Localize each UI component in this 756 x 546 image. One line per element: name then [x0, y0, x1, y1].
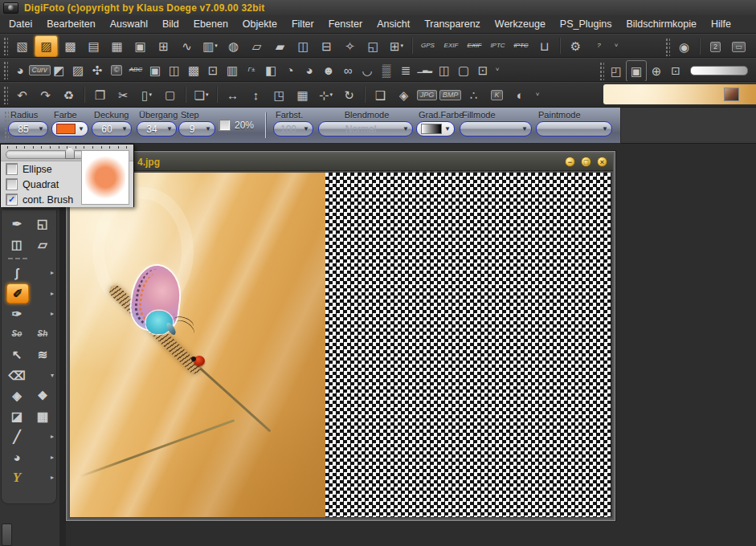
menu-item[interactable]: Datei	[2, 16, 39, 32]
flip-vertical-icon[interactable]: ↕▾	[245, 85, 267, 105]
toolbar-grip[interactable]	[2, 85, 8, 104]
curves-icon[interactable]: Curv▾	[30, 60, 49, 80]
flip-horizontal-icon[interactable]: ↔▾	[222, 85, 243, 105]
folder-tool-icon[interactable]: ▱	[32, 235, 53, 254]
menu-item[interactable]: Ebenen	[186, 16, 235, 32]
clone-stamp-icon[interactable]: ❖	[32, 386, 53, 405]
color-drop-icon[interactable]: ◈▾	[393, 85, 415, 105]
color-picker-icon[interactable]: ╱	[6, 427, 27, 446]
rounded-square-dot-icon[interactable]: ⊡▾	[473, 60, 492, 80]
soften-brush-icon[interactable]: So	[6, 325, 27, 344]
hint-help-icon[interactable]: ?▾	[588, 36, 610, 56]
menu-item[interactable]: Filter	[284, 16, 321, 32]
toolbar-grip[interactable]	[664, 37, 670, 56]
pattern-fill-icon[interactable]: ▦	[32, 407, 53, 426]
window-close-button[interactable]: ×	[597, 157, 607, 167]
restore-icon[interactable]: ♻▾	[58, 85, 80, 105]
menu-item[interactable]: Bild	[155, 16, 186, 32]
iptc-delete-icon[interactable]: IPTC▾	[510, 36, 532, 56]
kelvin-icon[interactable]: K▾	[486, 85, 508, 105]
clipboard-icon[interactable]: ▤▾	[83, 36, 104, 56]
redo-icon[interactable]: ↷▾	[35, 85, 56, 105]
screenshot-camera-icon[interactable]: ◉▾	[673, 37, 695, 57]
pinwheel-effect-icon[interactable]: ✣▾	[88, 60, 107, 80]
window-maximize-button[interactable]: □	[581, 157, 591, 167]
airbrush-icon[interactable]: ≋	[32, 345, 53, 364]
contact-sheet-icon[interactable]: ⊞▾	[153, 36, 174, 56]
retouch-pen-icon[interactable]: ✒	[6, 214, 27, 233]
separator[interactable]: ▾	[698, 37, 701, 57]
zoom-slider[interactable]	[690, 66, 748, 75]
fit-window-icon[interactable]: ▣▾	[626, 60, 647, 82]
gradfarbe-combo[interactable]: ▼	[416, 121, 455, 136]
texture-stamp-icon[interactable]: ▩▾	[184, 60, 203, 80]
plugin-icon[interactable]: ⊔▾	[533, 36, 555, 56]
eraser-icon[interactable]: ⌫	[6, 366, 27, 385]
jpg-export-icon[interactable]: JPG▾	[416, 85, 438, 105]
zoom-in-icon[interactable]: ⊕▾	[647, 61, 666, 81]
rotate-crop-icon[interactable]: ◳▾	[268, 85, 290, 105]
overflow-icon[interactable]: ˅▾	[533, 85, 542, 105]
blendmode-combo[interactable]: Normal ▼	[318, 121, 413, 136]
exif-delete-icon[interactable]: EXIF▾	[464, 36, 485, 56]
paste-icon[interactable]: ▯▾	[136, 85, 157, 105]
browse-thumbnails-icon[interactable]: ▦▾	[106, 36, 128, 56]
sharpen-brush-icon[interactable]: Sh	[32, 325, 53, 344]
toolbar-grip[interactable]	[2, 36, 8, 55]
crop-icon[interactable]: ◱	[32, 214, 53, 233]
copy-file-icon[interactable]: ❑▾	[370, 85, 391, 105]
menu-item[interactable]: Bearbeiten	[39, 16, 102, 32]
radius-combo[interactable]: 85 ▼	[8, 121, 48, 136]
brush-option-checkbox[interactable]	[6, 178, 18, 190]
separator[interactable]: ▾	[215, 85, 219, 105]
separator[interactable]: ▾	[83, 85, 86, 105]
viewer-3d-icon[interactable]: ◰▾	[607, 61, 626, 81]
scanline-icon[interactable]: ≣▾	[396, 60, 415, 80]
trackball-icon[interactable]: ◕▾	[10, 60, 30, 80]
settings-gear-icon[interactable]: ⚙▾	[565, 36, 586, 56]
rounded-square-icon[interactable]: ▢▾	[454, 60, 473, 80]
overflow-icon[interactable]: ˅▾	[611, 36, 621, 56]
brush-size-slider-handle[interactable]	[65, 147, 75, 159]
glasses-icon[interactable]: ∞▾	[338, 60, 358, 80]
text-effect-icon[interactable]: ABC▾	[126, 60, 145, 80]
fillmode-combo[interactable]: ▼	[460, 121, 532, 136]
gradient-vertical-icon[interactable]: ▥▾	[223, 60, 242, 80]
toolbar-grip[interactable]	[2, 60, 8, 79]
curve-pen-icon[interactable]: ∫	[6, 263, 27, 282]
image-convert-icon[interactable]: ▩▾	[59, 36, 81, 56]
paste-as-image-icon[interactable]: ❏▾	[190, 85, 212, 105]
toolbar-grip[interactable]	[599, 61, 604, 80]
tool-flyout-caret[interactable]: ▾	[51, 372, 54, 379]
texture-photo-icon[interactable]: ▩▾	[603, 84, 756, 104]
image-canvas[interactable]	[70, 173, 611, 517]
folder-closed-icon[interactable]: ▱▾	[246, 36, 268, 56]
red-eye-tool-icon[interactable]: ◕	[6, 448, 27, 467]
eyelid-icon[interactable]: ◡▾	[358, 60, 377, 80]
menu-item[interactable]: Werkzeuge	[488, 16, 553, 32]
multi-brush-icon[interactable]: ✑	[6, 304, 27, 323]
save-tool-icon[interactable]: ◫	[6, 235, 27, 254]
menu-item[interactable]: Auswahl	[103, 16, 155, 32]
filmstrip-icon[interactable]: ▥▾	[199, 36, 221, 56]
import-scan-icon[interactable]: ▧▾	[11, 36, 33, 56]
menu-item[interactable]: Hilfe	[704, 16, 738, 32]
menu-item[interactable]: PS_Plugins	[553, 16, 619, 32]
transparency-checkerboard[interactable]	[325, 173, 611, 517]
tool-flyout-caret[interactable]: ▸	[51, 474, 54, 481]
separator[interactable]: ▾	[184, 85, 187, 105]
monitor-icon[interactable]: ▭▾	[728, 37, 750, 57]
separator[interactable]: ▾	[558, 36, 562, 56]
batch-scale-icon[interactable]: ∴▾	[463, 85, 484, 105]
overflow-icon[interactable]: ˅▾	[492, 60, 502, 80]
image-preview-icon[interactable]: ▣▾	[129, 36, 151, 56]
save-icon[interactable]: ◫▾	[292, 36, 314, 56]
slide-frame-icon[interactable]: ◫▾	[165, 60, 184, 80]
planet-icon[interactable]: ◐▾	[509, 85, 531, 105]
sharpen-eye-icon[interactable]: ◕▾	[300, 60, 319, 80]
channel-mixer-icon[interactable]: ◫▾	[435, 60, 454, 80]
histogram-icon[interactable]: ▁▃▂▾	[415, 60, 435, 80]
tool-flyout-caret[interactable]: ▸	[51, 310, 54, 317]
smudge-tool-icon[interactable]: ↖	[6, 345, 27, 364]
image-window-titlebar[interactable]: 4.jpg − □ ×	[68, 153, 613, 171]
